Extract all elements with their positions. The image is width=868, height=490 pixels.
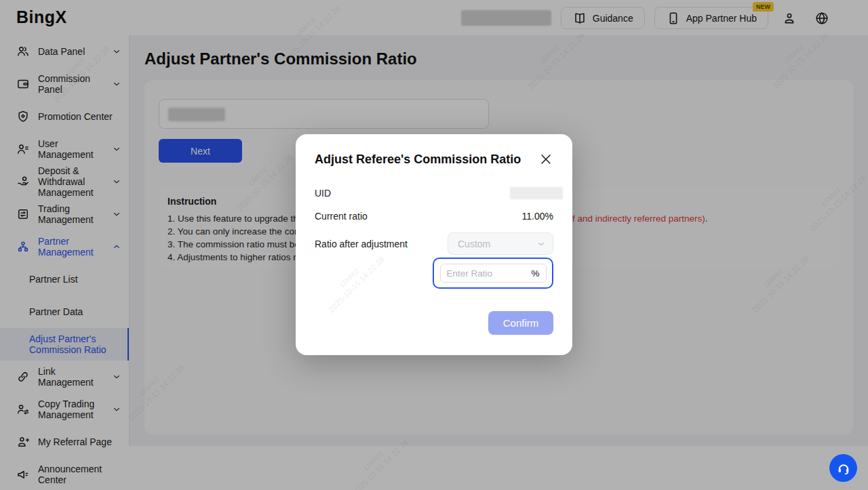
ratio-input-wrapper: %	[440, 264, 547, 283]
page: Adjust Partner's Commission Ratio Next I…	[0, 0, 868, 490]
current-ratio-row: Current ratio 11.00%	[315, 211, 553, 222]
current-ratio-value: 11.00%	[522, 211, 553, 222]
uid-label: UID	[315, 188, 331, 199]
percent-suffix: %	[531, 268, 539, 279]
close-button[interactable]	[538, 152, 553, 167]
redacted-referee-uid	[510, 187, 563, 199]
close-icon	[538, 152, 553, 167]
ratio-after-adjustment-label: Ratio after adjustment	[315, 239, 408, 249]
ratio-mode-select[interactable]: Custom	[448, 232, 553, 255]
adjust-referee-commission-modal: Adjust Referee's Commission Ratio UID Cu…	[296, 134, 572, 355]
ratio-mode-selected-value: Custom	[458, 239, 490, 249]
confirm-button[interactable]: Confirm	[488, 311, 553, 335]
chevron-down-icon	[536, 239, 546, 249]
uid-row: UID	[315, 187, 553, 199]
modal-title: Adjust Referee's Commission Ratio	[315, 152, 521, 167]
current-ratio-label: Current ratio	[315, 211, 368, 222]
support-button[interactable]	[829, 454, 857, 482]
headset-icon	[836, 461, 851, 476]
ratio-input[interactable]	[447, 268, 532, 279]
ratio-after-adjustment-row: Ratio after adjustment Custom	[315, 232, 553, 255]
ratio-input-focus-ring: %	[433, 258, 553, 289]
